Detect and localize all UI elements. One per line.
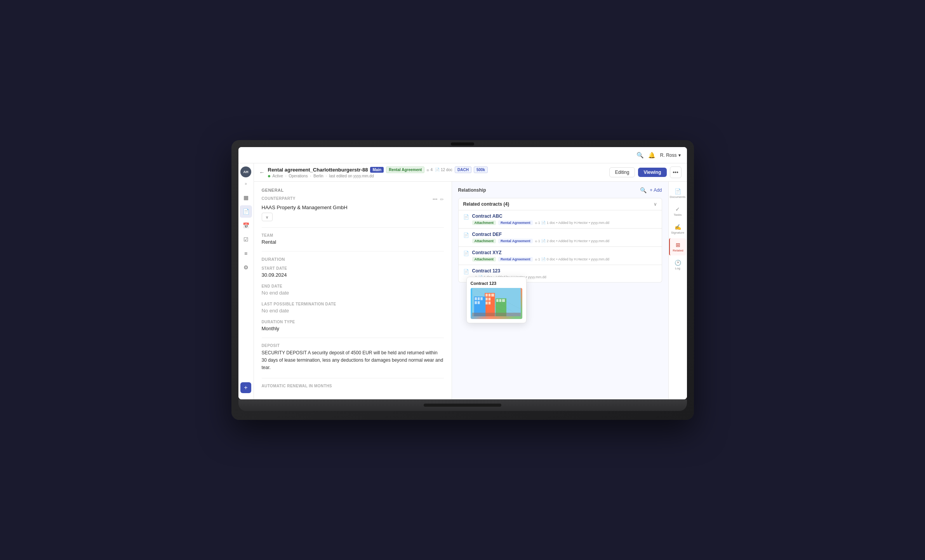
user-menu[interactable]: R. Ross ▾ [660,153,681,158]
sidebar-item-settings[interactable]: ⚙ [240,261,252,274]
link-icon-xyz: ⎄ [535,257,537,261]
signature-label: Signature [671,231,684,234]
plus-icon: + [650,187,652,193]
doc-icon-def: 📄 [541,239,546,243]
separator2: · [310,174,311,178]
back-button[interactable]: ← [259,169,265,175]
type-badge: Rental Agreement [386,166,424,173]
contract-title: Rental agreement_Charlottenburgerstr-88 [268,167,368,173]
sidebar-related[interactable]: ⊞ Related [669,238,686,255]
contract-def-meta: ⎄1 📄2 doc • Added by H.Hector • yyyy.mm.… [535,239,609,243]
divider4 [262,378,444,378]
divider3 [262,338,444,338]
auto-renewal-label: AUTOMATIC RENEWAL IN MONTHS [262,384,444,388]
general-section-title: General [262,188,444,192]
sidebar-item-tasks[interactable]: ☑ [240,233,252,246]
collapse-button[interactable]: ∨ [654,201,657,207]
svg-rect-4 [491,294,494,296]
related-contracts-title: Related contracts (4) [463,201,509,207]
contract-abc-info: Contract ABC Attachment Rental Agreement… [472,213,657,225]
contract-abc-name[interactable]: Contract ABC [472,213,657,219]
separator1: · [285,174,287,178]
link-count-value: 4 [430,168,433,172]
dropdown-button[interactable]: ∨ [262,213,273,221]
contract-item-xyz: 📄 Contract XYZ Attachment Rental Agreeme… [458,247,662,265]
contract-123-name[interactable]: Contract 123 [472,268,657,274]
add-label: Add [654,187,662,193]
log-label: Log [675,267,680,270]
rental-tag-def: Rental Agreement [498,239,533,243]
end-date-block: END DATE No end date [262,284,444,296]
svg-rect-14 [477,301,480,304]
sidebar-item-file[interactable]: 📄 [240,205,252,218]
divider2 [262,251,444,251]
contract-def-tags: Attachment Rental Agreement ⎄1 📄2 doc • … [472,239,657,243]
body-panels: General COUNTERPARTY ••• ✏ HAAS Property… [254,182,687,399]
counterparty-value: HAAS Property & Management GmbH [262,205,444,210]
start-date-block: START DATE 30.09.2024 [262,266,444,278]
contract-def-info: Contract DEF Attachment Rental Agreement… [472,232,657,243]
attachment-tag-xyz: Attachment [472,257,496,262]
sidebar-item-layout[interactable]: ▦ [240,191,252,204]
contract-xyz-tags: Attachment Rental Agreement ⎄1 📄0 doc • … [472,257,657,262]
content-area: ← Rental agreement_Charlottenburgerstr-8… [254,163,687,399]
nav-icons: 🔍 🔔 R. Ross ▾ [637,152,681,159]
relationship-panel: Relationship 🔍 + Add Related [452,182,668,399]
editing-button[interactable]: Editing [609,167,635,177]
doc-count-value: 12 doc [441,168,452,172]
expand-button[interactable]: » [242,180,250,187]
top-navigation: 🔍 🔔 R. Ross ▾ [238,147,687,163]
bell-icon[interactable]: 🔔 [649,152,655,159]
more-button[interactable]: ••• [670,166,682,178]
svg-rect-3 [488,294,490,296]
contract-item-abc: 📄 Contract ABC Attachment Rental Agreeme… [458,210,662,229]
header-left: ← Rental agreement_Charlottenburgerstr-8… [259,166,488,178]
sidebar-tasks[interactable]: ✓ Tasks [669,203,686,220]
contract-xyz-name[interactable]: Contract XYZ [472,250,657,255]
deposit-label: DEPOSIT [262,343,444,348]
edit-icon[interactable]: ✏ [440,197,444,202]
user-name: R. Ross [660,153,677,158]
sidebar-item-calendar[interactable]: 📅 [240,219,252,232]
sidebar-log[interactable]: 🕐 Log [669,256,686,273]
attachment-tag-abc: Attachment [472,220,496,225]
sidebar-documents[interactable]: 📄 Documents [669,185,686,202]
svg-rect-10 [475,297,477,300]
left-sidebar: AH » ▦ 📄 📅 ☑ ≡ ⚙ + [238,163,254,399]
svg-rect-13 [475,301,477,304]
add-button[interactable]: + [240,382,251,393]
more-dots-icon[interactable]: ••• [433,197,438,202]
team-label: Operations [289,174,308,178]
main-badge: Main [370,167,384,173]
contract-abc-icon: 📄 [463,214,469,220]
rel-add-button[interactable]: + Add [650,187,662,193]
termination-label: LAST POSSIBLE TERMINATION DATE [262,302,444,306]
tooltip-title: Contract 123 [471,281,522,286]
contract-def-name[interactable]: Contract DEF [472,232,657,237]
divider1 [262,227,444,228]
contract-123-icon: 📄 [463,269,469,274]
svg-rect-8 [488,302,490,304]
start-date-label: START DATE [262,266,444,270]
header-info: Rental agreement_Charlottenburgerstr-88 … [268,166,488,178]
tasks-icon: ✓ [675,206,680,212]
deposit-block: DEPOSIT SECURITY DEPOSIT A security depo… [262,343,444,372]
header-actions: Editing Viewing ••• [609,166,682,178]
contract-xyz-meta: ⎄1 📄0 doc • Added by H.Hector • yyyy.mm.… [535,257,609,261]
link-count: ⎄ 4 [427,168,433,172]
svg-rect-7 [485,302,488,304]
rel-search-icon[interactable]: 🔍 [640,187,647,193]
tooltip-image [471,288,522,319]
search-icon[interactable]: 🔍 [637,152,644,159]
link-icon-abc: ⎄ [535,221,537,225]
svg-rect-6 [488,298,490,300]
deposit-value: SECURITY DEPOSIT A security deposit of 4… [262,349,444,372]
tag-dach: DACH [455,166,471,173]
doc-count: 📄 12 doc [435,168,452,172]
viewing-button[interactable]: Viewing [638,168,666,177]
rental-tag-xyz: Rental Agreement [498,257,533,262]
sidebar-item-list[interactable]: ≡ [240,247,252,260]
sidebar-signature[interactable]: ✍ Signature [669,220,686,238]
counterparty-label: COUNTERPARTY [262,196,296,201]
duration-section-label: Duration [262,257,444,262]
